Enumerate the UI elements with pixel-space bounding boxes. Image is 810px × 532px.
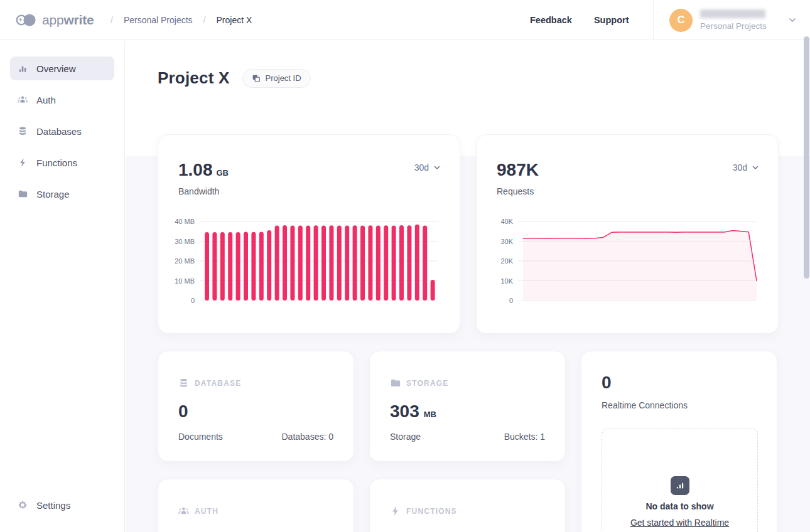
svg-text:30K: 30K — [500, 238, 513, 245]
requests-label: Requests — [497, 186, 534, 196]
database-icon — [18, 126, 28, 136]
requests-value: 987K — [497, 160, 539, 180]
feedback-link[interactable]: Feedback — [530, 15, 572, 25]
avatar: C — [669, 9, 693, 32]
bar-chart-icon — [18, 63, 28, 73]
header-nav: Feedback Support — [530, 0, 629, 40]
svg-text:40 MB: 40 MB — [175, 218, 195, 225]
svg-text:0: 0 — [191, 297, 195, 304]
users-icon — [178, 506, 189, 516]
get-started-realtime-link[interactable]: Get started with Realtime — [630, 518, 729, 528]
page-head: Project X Project ID — [158, 68, 311, 88]
database-card-header: DATABASE — [178, 378, 242, 388]
appwrite-logo-icon — [15, 13, 36, 28]
realtime-empty-state: No data to show Get started with Realtim… — [602, 428, 758, 532]
page-title: Project X — [158, 68, 230, 88]
svg-text:20 MB: 20 MB — [175, 257, 195, 265]
realtime-card: 0 Realtime Connections No data to show G… — [581, 351, 777, 532]
storage-stat-row: Storage Buckets: 1 — [390, 432, 545, 442]
storage-card[interactable]: STORAGE 303MB Storage Buckets: 1 — [369, 351, 566, 462]
svg-text:0: 0 — [509, 297, 513, 304]
database-card[interactable]: DATABASE 0 Documents Databases: 0 — [158, 351, 354, 462]
requests-card: 987K Requests 30d 010K20K30K40K — [476, 134, 779, 334]
requests-range-select[interactable]: 30d — [733, 162, 759, 173]
sidebar-item-label: Functions — [36, 157, 77, 168]
chevron-down-icon — [752, 164, 759, 171]
realtime-connections-label: Realtime Connections — [602, 400, 688, 410]
buckets-count: Buckets: 1 — [504, 432, 545, 442]
databases-count: Databases: 0 — [282, 432, 334, 442]
database-card-title: DATABASE — [195, 379, 242, 388]
sidebar-item-label: Auth — [36, 95, 56, 105]
auth-card[interactable]: AUTH — [158, 479, 354, 532]
chevron-down-icon — [433, 164, 441, 171]
breadcrumb-personal-projects[interactable]: Personal Projects — [124, 15, 193, 25]
functions-card-title: FUNCTIONS — [406, 507, 457, 516]
bandwidth-range-select[interactable]: 30d — [414, 162, 441, 173]
breadcrumb: / Personal Projects / Project X — [111, 0, 252, 40]
account-text: Personal Projects — [700, 9, 767, 31]
functions-card-header: FUNCTIONS — [390, 506, 457, 516]
breadcrumb-separator: / — [203, 15, 206, 25]
no-data-text: No data to show — [645, 501, 713, 511]
project-id-badge-label: Project ID — [266, 73, 301, 83]
sidebar-item-label: Databases — [36, 126, 82, 137]
functions-card[interactable]: FUNCTIONS — [369, 479, 566, 532]
sidebar-item-overview[interactable]: Overview — [10, 56, 114, 80]
bandwidth-card: 1.08GB Bandwidth 30d 010 MB20 MB30 MB40 … — [158, 134, 460, 334]
sidebar-item-auth[interactable]: Auth — [10, 88, 114, 112]
database-stat-row: Documents Databases: 0 — [178, 432, 333, 442]
auth-card-header: AUTH — [178, 506, 219, 516]
sidebar: Overview Auth Databases Functions Storag… — [0, 41, 125, 532]
bandwidth-label: Bandwidth — [178, 186, 219, 196]
sidebar-item-label: Storage — [36, 189, 70, 200]
sidebar-item-databases[interactable]: Databases — [10, 119, 114, 143]
sidebar-item-settings[interactable]: Settings — [10, 493, 114, 517]
account-menu[interactable]: C Personal Projects — [669, 0, 797, 40]
gear-icon — [18, 500, 28, 510]
support-link[interactable]: Support — [594, 15, 629, 25]
svg-text:10K: 10K — [500, 277, 513, 285]
storage-size: 303MB — [390, 402, 436, 422]
auth-card-title: AUTH — [195, 507, 219, 516]
sidebar-item-label: Overview — [36, 63, 76, 74]
svg-text:30 MB: 30 MB — [175, 238, 195, 245]
project-id-badge[interactable]: Project ID — [242, 69, 311, 88]
sidebar-item-label: Settings — [36, 500, 70, 511]
account-org-label: Personal Projects — [700, 21, 767, 31]
documents-count: 0 — [178, 402, 188, 422]
breadcrumb-project-x[interactable]: Project X — [217, 15, 252, 25]
users-icon — [18, 95, 28, 105]
copy-icon — [252, 74, 261, 83]
folder-icon — [390, 378, 401, 388]
database-icon — [178, 378, 189, 388]
sidebar-item-storage[interactable]: Storage — [10, 182, 114, 206]
vertical-scrollbar[interactable] — [804, 36, 809, 279]
bandwidth-unit: GB — [217, 168, 229, 178]
appwrite-logo-text: appwrite — [42, 13, 94, 28]
account-name-redacted — [700, 9, 765, 18]
storage-unit: MB — [424, 410, 436, 419]
svg-text:40K: 40K — [500, 218, 513, 225]
realtime-connections-count: 0 — [602, 373, 612, 393]
appwrite-logo[interactable]: appwrite — [15, 0, 94, 40]
header-divider — [653, 0, 654, 40]
storage-card-header: STORAGE — [390, 378, 449, 388]
chart-placeholder-icon — [671, 476, 689, 495]
sidebar-item-functions[interactable]: Functions — [10, 151, 114, 174]
storage-label: Storage — [390, 432, 421, 442]
svg-text:10 MB: 10 MB — [175, 277, 195, 285]
main-content: Project X Project ID 1.08GB Bandwidth 30… — [126, 41, 810, 532]
lightning-icon — [18, 157, 28, 168]
folder-icon — [18, 189, 28, 199]
lightning-icon — [390, 506, 401, 516]
svg-text:20K: 20K — [500, 257, 513, 265]
storage-card-title: STORAGE — [406, 379, 449, 388]
chevron-down-icon — [788, 16, 797, 24]
documents-label: Documents — [178, 432, 223, 442]
breadcrumb-separator: / — [111, 15, 113, 25]
bandwidth-bar-chart: 010 MB20 MB30 MB40 MB — [166, 216, 446, 312]
requests-line-chart: 010K20K30K40K — [484, 216, 764, 312]
top-bar: appwrite / Personal Projects / Project X… — [0, 0, 810, 40]
bandwidth-value: 1.08GB — [178, 160, 229, 180]
